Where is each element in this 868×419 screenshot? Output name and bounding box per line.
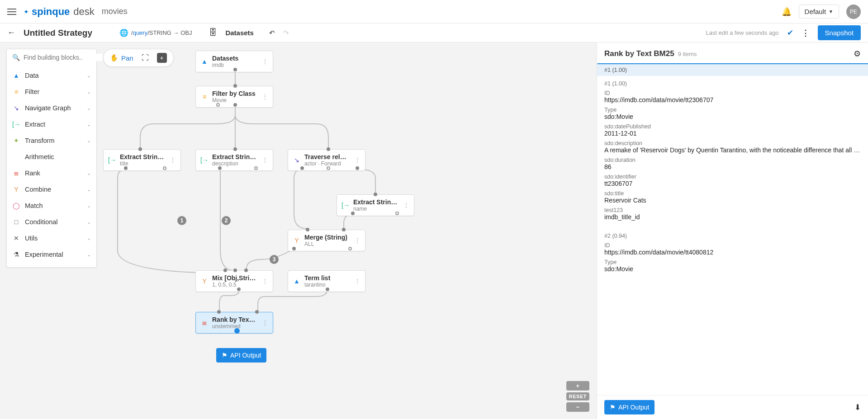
fit-screen-icon[interactable]: ⛶ [142, 54, 149, 62]
chevron-down-icon: ⌄ [87, 73, 91, 79]
category-icon: ✕ [12, 235, 20, 242]
palette-item-label: Utils [25, 235, 38, 242]
node-menu-icon[interactable]: ⋮ [260, 278, 270, 285]
results-api-output-button[interactable]: ⚑ API Output [604, 400, 655, 414]
palette-item-arithmetic[interactable]: Arithmetic [7, 149, 96, 165]
canvas[interactable]: 🔍 ⌃ ▲Data⌄≡Filter⌄↘Navigate Graph⌄[→Extr… [0, 42, 597, 419]
node-merge[interactable]: Y Merge (String)ALL ⋮ [288, 230, 365, 251]
palette-item-experimental[interactable]: ⚗Experimental⌄ [7, 246, 96, 263]
database-icon[interactable]: 🗄 [209, 28, 217, 38]
wire-badge: 3 [270, 255, 279, 264]
palette-item-utils[interactable]: ✕Utils⌄ [7, 230, 96, 246]
result-field-value: 86 [604, 163, 861, 170]
palette-item-navigate-graph[interactable]: ↘Navigate Graph⌄ [7, 100, 96, 116]
workspace-label: Default [805, 8, 826, 15]
node-menu-icon[interactable]: ⋮ [260, 93, 270, 100]
palette-item-transform[interactable]: ✦Transform⌄ [7, 132, 96, 149]
palette-item-extract[interactable]: [→Extract⌄ [7, 116, 96, 132]
results-panel: Rank by Text BM25 9 items ⚙ #1 (1.00) #1… [597, 42, 868, 419]
palette-item-label: Transform [25, 137, 55, 144]
palette-search-input[interactable] [24, 54, 103, 61]
chevron-down-icon: ⌄ [87, 203, 91, 209]
palette-item-data[interactable]: ▲Data⌄ [7, 67, 96, 84]
undo-icon[interactable]: ↶ [269, 29, 275, 37]
category-icon: □ [12, 218, 20, 226]
chevron-down-icon: ⌄ [87, 252, 91, 258]
node-menu-icon[interactable]: ⋮ [260, 58, 270, 65]
download-icon[interactable]: ⬇ [854, 403, 861, 412]
workspace-switcher[interactable]: Default ▼ [799, 5, 839, 19]
strategy-title[interactable]: Untitled Strategy [24, 28, 92, 38]
hamburger-icon[interactable] [7, 9, 16, 15]
query-path[interactable]: 🌐 /query/STRING → OBJ [119, 28, 192, 37]
zoom-in-button[interactable]: + [566, 381, 589, 391]
logo[interactable]: ✦ spinque desk [24, 6, 95, 18]
palette-item-label: Conditional [25, 218, 58, 226]
result-rank: #2 (0.94) [604, 233, 861, 239]
node-menu-icon[interactable]: ⋮ [168, 156, 178, 164]
result-field-label: sdo:identifier [604, 174, 861, 180]
back-icon[interactable]: ← [7, 28, 15, 38]
last-edit-text: Last edit a few seconds ago [706, 29, 778, 36]
combine-icon: Y [200, 278, 209, 285]
category-icon: ✦ [12, 137, 20, 144]
result-field-value: sdo:Movie [604, 113, 861, 120]
wire-badge: 2 [222, 216, 231, 225]
node-mix[interactable]: Y Mix [Obj,String]1, 0.5, 0.5 ⋮ [195, 270, 273, 292]
palette-item-label: Extract [25, 121, 45, 128]
palette-item-combine[interactable]: YCombine⌄ [7, 181, 96, 198]
palette-item-conditional[interactable]: □Conditional⌄ [7, 214, 96, 230]
result-rank: #1 (1.00) [604, 80, 861, 87]
node-menu-icon[interactable]: ⋮ [352, 156, 362, 164]
palette-item-match[interactable]: ◯Match⌄ [7, 198, 96, 214]
palette-item-filter[interactable]: ≡Filter⌄ [7, 84, 96, 100]
zoom-reset-button[interactable]: RESET [566, 392, 589, 400]
result-field-label: ID [604, 242, 861, 249]
logo-mark-icon: ✦ [24, 8, 29, 15]
node-menu-icon[interactable]: ⋮ [352, 278, 362, 285]
add-block-button[interactable]: + [157, 53, 167, 63]
globe-icon: 🌐 [119, 28, 128, 37]
zoom-out-button[interactable]: − [566, 402, 589, 412]
node-menu-icon[interactable]: ⋮ [401, 202, 411, 209]
result-field-label: sdo:datePublished [604, 123, 861, 130]
result-field-value: imdb_title_id [604, 213, 861, 221]
results-list[interactable]: #1 (1.00)IDhttps://imdb.com/data/movie/t… [597, 76, 868, 395]
extract-icon: [→ [108, 156, 116, 164]
gear-icon[interactable]: ⚙ [854, 49, 861, 59]
palette-item-rank[interactable]: ≣Rank⌄ [7, 165, 96, 181]
result-field-value: sdo:Movie [604, 265, 861, 273]
node-menu-icon[interactable]: ⋮ [260, 156, 270, 164]
chevron-down-icon: ⌄ [87, 235, 91, 241]
search-icon: 🔍 [12, 54, 20, 61]
palette-item-label: Navigate Graph [25, 104, 71, 112]
flag-icon: ⚑ [222, 352, 228, 359]
combine-icon: Y [293, 237, 301, 244]
snapshot-button[interactable]: Snapshot [818, 25, 861, 40]
datasets-link[interactable]: Datasets [225, 29, 254, 37]
palette-item-label: Match [25, 202, 43, 209]
api-output-button[interactable]: ⚑ API Output [216, 348, 266, 363]
node-menu-icon[interactable]: ⋮ [352, 237, 362, 244]
notifications-icon[interactable]: 🔔 [782, 7, 792, 17]
node-extract-name[interactable]: [→ Extract Stringsname ⋮ [337, 194, 414, 216]
topbar: ✦ spinque desk movies 🔔 Default ▼ PE [0, 0, 868, 24]
node-extract-desc[interactable]: [→ Extract Stringsdescription ⋮ [195, 149, 273, 171]
result-item[interactable]: #1 (1.00)IDhttps://imdb.com/data/movie/t… [604, 76, 861, 228]
chevron-down-icon: ⌄ [87, 89, 91, 95]
avatar[interactable]: PE [846, 5, 861, 19]
flag-icon: ⚑ [610, 404, 616, 411]
category-icon: ▲ [12, 72, 20, 79]
result-field-label: sdo:title [604, 190, 861, 197]
results-title: Rank by Text BM25 [604, 49, 674, 58]
more-menu-icon[interactable]: ⋮ [802, 28, 810, 38]
node-extract-title[interactable]: [→ Extract Stringstitle ⋮ [103, 149, 181, 171]
strategy-bar: ← Untitled Strategy 🌐 /query/STRING → OB… [0, 24, 868, 42]
result-item[interactable]: #2 (0.94)IDhttps://imdb.com/data/movie/t… [604, 228, 861, 280]
result-field-value: tt2306707 [604, 180, 861, 187]
node-menu-icon[interactable]: ⋮ [260, 319, 270, 326]
pan-button[interactable]: ✋ Pan [110, 54, 133, 62]
category-icon: Y [12, 186, 20, 193]
breadcrumb[interactable]: movies [102, 7, 128, 16]
chevron-down-icon: ⌄ [87, 105, 91, 111]
